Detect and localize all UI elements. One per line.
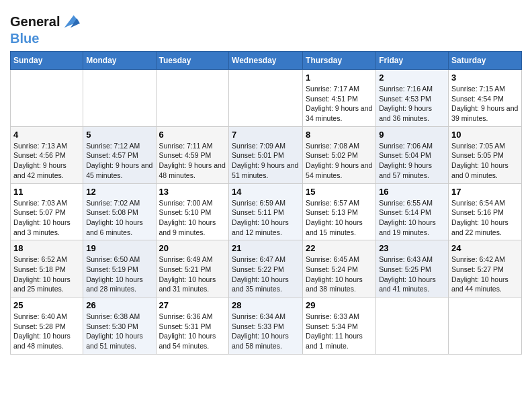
calendar-cell: [449, 298, 522, 355]
calendar-cell: 15Sunrise: 6:57 AMSunset: 5:13 PMDayligh…: [303, 183, 376, 240]
week-row-3: 11Sunrise: 7:03 AMSunset: 5:07 PMDayligh…: [11, 183, 522, 240]
calendar-cell: 4Sunrise: 7:13 AMSunset: 4:56 PMDaylight…: [11, 126, 83, 183]
day-info: Sunrise: 7:03 AMSunset: 5:07 PMDaylight:…: [13, 198, 80, 238]
day-info: Sunrise: 7:00 AMSunset: 5:10 PMDaylight:…: [159, 198, 226, 238]
day-info: Sunrise: 6:59 AMSunset: 5:11 PMDaylight:…: [232, 198, 300, 238]
calendar-cell: 14Sunrise: 6:59 AMSunset: 5:11 PMDayligh…: [229, 183, 303, 240]
column-header-sunday: Sunday: [11, 52, 83, 70]
day-info: Sunrise: 7:12 AMSunset: 4:57 PMDaylight:…: [86, 141, 152, 181]
day-info: Sunrise: 7:06 AMSunset: 5:04 PMDaylight:…: [379, 141, 445, 181]
day-number: 23: [379, 243, 445, 253]
day-number: 19: [86, 243, 152, 253]
day-info: Sunrise: 7:09 AMSunset: 5:01 PMDaylight:…: [232, 141, 300, 181]
day-info: Sunrise: 7:16 AMSunset: 4:53 PMDaylight:…: [379, 84, 445, 124]
day-number: 17: [451, 187, 519, 197]
day-number: 24: [451, 243, 519, 253]
day-number: 11: [13, 187, 80, 197]
day-number: 28: [232, 300, 300, 310]
day-number: 6: [159, 130, 226, 140]
day-info: Sunrise: 6:54 AMSunset: 5:16 PMDaylight:…: [451, 198, 519, 238]
calendar-cell: 27Sunrise: 6:36 AMSunset: 5:31 PMDayligh…: [156, 298, 229, 355]
day-number: 1: [306, 73, 373, 83]
calendar-cell: 22Sunrise: 6:45 AMSunset: 5:24 PMDayligh…: [303, 240, 376, 298]
day-info: Sunrise: 6:49 AMSunset: 5:21 PMDaylight:…: [159, 255, 226, 294]
calendar-cell: 1Sunrise: 7:17 AMSunset: 4:51 PMDaylight…: [303, 70, 376, 127]
day-info: Sunrise: 6:34 AMSunset: 5:33 PMDaylight:…: [232, 312, 300, 351]
calendar-cell: 23Sunrise: 6:43 AMSunset: 5:25 PMDayligh…: [376, 240, 449, 298]
calendar-cell: 18Sunrise: 6:52 AMSunset: 5:18 PMDayligh…: [11, 240, 83, 298]
day-number: 4: [13, 130, 80, 140]
calendar-cell: 24Sunrise: 6:42 AMSunset: 5:27 PMDayligh…: [449, 240, 522, 298]
day-number: 16: [379, 187, 445, 197]
calendar-cell: [83, 70, 156, 127]
day-info: Sunrise: 7:05 AMSunset: 5:05 PMDaylight:…: [451, 141, 519, 181]
column-header-saturday: Saturday: [449, 52, 522, 70]
header: General Blue: [10, 7, 522, 46]
calendar-cell: 12Sunrise: 7:02 AMSunset: 5:08 PMDayligh…: [83, 183, 156, 240]
logo: General Blue: [10, 12, 80, 46]
day-number: 18: [13, 243, 80, 253]
day-number: 2: [379, 73, 445, 83]
day-info: Sunrise: 7:02 AMSunset: 5:08 PMDaylight:…: [86, 198, 152, 238]
column-header-tuesday: Tuesday: [156, 52, 229, 70]
day-info: Sunrise: 6:45 AMSunset: 5:24 PMDaylight:…: [306, 255, 373, 294]
day-number: 29: [306, 300, 373, 310]
column-header-thursday: Thursday: [303, 52, 376, 70]
calendar-cell: 3Sunrise: 7:15 AMSunset: 4:54 PMDaylight…: [449, 70, 522, 127]
calendar-cell: 10Sunrise: 7:05 AMSunset: 5:05 PMDayligh…: [449, 126, 522, 183]
day-info: Sunrise: 6:42 AMSunset: 5:27 PMDaylight:…: [451, 255, 519, 294]
day-number: 8: [306, 130, 373, 140]
day-number: 20: [159, 243, 226, 253]
days-header-row: SundayMondayTuesdayWednesdayThursdayFrid…: [11, 52, 522, 70]
week-row-4: 18Sunrise: 6:52 AMSunset: 5:18 PMDayligh…: [11, 240, 522, 298]
calendar-cell: 7Sunrise: 7:09 AMSunset: 5:01 PMDaylight…: [229, 126, 303, 183]
day-info: Sunrise: 7:11 AMSunset: 4:59 PMDaylight:…: [159, 141, 226, 181]
week-row-5: 25Sunrise: 6:40 AMSunset: 5:28 PMDayligh…: [11, 298, 522, 355]
day-info: Sunrise: 6:43 AMSunset: 5:25 PMDaylight:…: [379, 255, 445, 294]
day-number: 26: [86, 300, 152, 310]
logo-blue-text: Blue: [10, 31, 39, 46]
calendar-cell: 26Sunrise: 6:38 AMSunset: 5:30 PMDayligh…: [83, 298, 156, 355]
day-number: 21: [232, 243, 300, 253]
calendar-cell: 20Sunrise: 6:49 AMSunset: 5:21 PMDayligh…: [156, 240, 229, 298]
day-number: 9: [379, 130, 445, 140]
column-header-friday: Friday: [376, 52, 449, 70]
calendar-cell: [376, 298, 449, 355]
day-info: Sunrise: 7:08 AMSunset: 5:02 PMDaylight:…: [306, 141, 373, 181]
calendar-cell: 11Sunrise: 7:03 AMSunset: 5:07 PMDayligh…: [11, 183, 83, 240]
calendar-cell: 17Sunrise: 6:54 AMSunset: 5:16 PMDayligh…: [449, 183, 522, 240]
week-row-2: 4Sunrise: 7:13 AMSunset: 4:56 PMDaylight…: [11, 126, 522, 183]
day-info: Sunrise: 6:50 AMSunset: 5:19 PMDaylight:…: [86, 255, 152, 294]
column-header-wednesday: Wednesday: [229, 52, 303, 70]
day-number: 3: [451, 73, 519, 83]
calendar-cell: 2Sunrise: 7:16 AMSunset: 4:53 PMDaylight…: [376, 70, 449, 127]
day-info: Sunrise: 6:38 AMSunset: 5:30 PMDaylight:…: [86, 312, 152, 351]
day-number: 22: [306, 243, 373, 253]
day-number: 10: [451, 130, 519, 140]
calendar-cell: [156, 70, 229, 127]
day-number: 25: [13, 300, 80, 310]
logo-icon: [61, 12, 80, 31]
day-info: Sunrise: 6:47 AMSunset: 5:22 PMDaylight:…: [232, 255, 300, 294]
day-info: Sunrise: 6:52 AMSunset: 5:18 PMDaylight:…: [13, 255, 80, 294]
calendar-cell: 16Sunrise: 6:55 AMSunset: 5:14 PMDayligh…: [376, 183, 449, 240]
day-info: Sunrise: 7:17 AMSunset: 4:51 PMDaylight:…: [306, 84, 373, 124]
day-info: Sunrise: 6:55 AMSunset: 5:14 PMDaylight:…: [379, 198, 445, 238]
day-number: 5: [86, 130, 152, 140]
calendar-cell: 8Sunrise: 7:08 AMSunset: 5:02 PMDaylight…: [303, 126, 376, 183]
calendar-table: SundayMondayTuesdayWednesdayThursdayFrid…: [10, 51, 522, 355]
day-info: Sunrise: 6:36 AMSunset: 5:31 PMDaylight:…: [159, 312, 226, 351]
day-info: Sunrise: 6:57 AMSunset: 5:13 PMDaylight:…: [306, 198, 373, 238]
day-number: 15: [306, 187, 373, 197]
calendar-cell: 6Sunrise: 7:11 AMSunset: 4:59 PMDaylight…: [156, 126, 229, 183]
calendar-cell: 25Sunrise: 6:40 AMSunset: 5:28 PMDayligh…: [11, 298, 83, 355]
calendar-cell: [229, 70, 303, 127]
day-number: 14: [232, 187, 300, 197]
calendar-cell: 21Sunrise: 6:47 AMSunset: 5:22 PMDayligh…: [229, 240, 303, 298]
day-info: Sunrise: 7:15 AMSunset: 4:54 PMDaylight:…: [451, 84, 519, 124]
logo-text: General: [10, 14, 60, 29]
day-number: 27: [159, 300, 226, 310]
day-number: 7: [232, 130, 300, 140]
week-row-1: 1Sunrise: 7:17 AMSunset: 4:51 PMDaylight…: [11, 70, 522, 127]
calendar-cell: 9Sunrise: 7:06 AMSunset: 5:04 PMDaylight…: [376, 126, 449, 183]
